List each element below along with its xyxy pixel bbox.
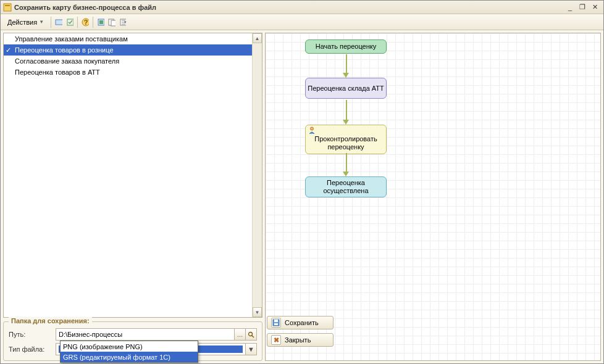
diagram-canvas[interactable]: Начать переоценку Переоценка склада АТТ … [265,33,601,361]
diagram-process-node[interactable]: Переоценка склада АТТ [305,78,387,99]
dropdown-option[interactable]: PNG (изображение PNG) [61,341,198,352]
diagram-start-node[interactable]: Начать переоценку [305,39,387,54]
path-input[interactable]: D:\Бизнес-процессы [56,328,235,341]
toolbar-separator [51,17,51,28]
search-button[interactable] [246,328,257,341]
node-label: Переоценка склада АТТ [308,85,384,93]
close-button[interactable]: ✖ Закрыть [267,333,333,347]
path-row: Путь: D:\Бизнес-процессы … [9,328,257,341]
svg-rect-9 [111,20,115,26]
list-item[interactable]: Переоценка товаров в АТТ [4,67,252,78]
toolbar-icon-3[interactable] [96,17,106,27]
filetype-label: Тип файла: [9,345,52,353]
path-label: Путь: [9,331,52,338]
list-item-label: Управление заказами поставщикам [15,35,128,43]
node-label: Проконтролировать переоценку [314,135,377,151]
close-icon: ✖ [271,335,281,345]
chevron-down-icon: ▼ [39,19,44,25]
magnifier-icon [248,331,254,338]
dropdown-option[interactable]: GRS (редактируемый формат 1С) [61,352,198,362]
close-button-label: Закрыть [285,336,311,344]
check-icon: ✓ [6,46,11,54]
close-window-button[interactable]: ✕ [589,2,601,12]
scroll-up-button[interactable]: ▲ [253,33,262,43]
list-item[interactable]: Согласование заказа покупателя [4,56,252,67]
save-icon [271,318,281,328]
arrow-head-icon [343,172,349,176]
diagram-task-node[interactable]: Проконтролировать переоценку [305,125,387,154]
toolbar-separator [77,17,78,28]
svg-rect-7 [99,20,103,24]
svg-text:?: ? [84,19,88,26]
dropdown-button[interactable]: ▼ [246,343,257,355]
diagram-arrow [346,153,347,173]
path-value: D:\Бизнес-процессы [59,331,232,338]
svg-rect-1 [5,5,10,6]
filetype-dropdown-popup[interactable]: PNG (изображение PNG) GRS (редактируемый… [60,341,198,363]
list-item-label: Переоценка товаров в АТТ [15,68,100,76]
toolbar-icon-4[interactable] [107,17,117,27]
save-button-label: Сохранить [285,319,319,326]
node-label: Переоценка осуществлена [307,179,385,195]
toolbar-separator [93,17,93,28]
action-button-panel: Сохранить ✖ Закрыть [267,316,333,347]
list-item-label: Переоценка товаров в рознице [15,46,114,54]
list-item-label: Согласование заказа покупателя [15,57,119,65]
main-window: Сохранить карту бизнес-процесса в файл _… [0,0,604,364]
option-label: GRS (редактируемый формат 1С) [63,354,170,361]
diagram-arrow [346,54,347,74]
body: Управление заказами поставщикам ✓Переоце… [1,30,603,363]
svg-point-13 [311,127,314,130]
arrow-head-icon [343,120,349,125]
maximize-button[interactable]: ❐ [576,2,589,12]
svg-rect-15 [274,320,278,322]
app-icon [3,3,12,12]
svg-point-11 [249,332,253,336]
scroll-down-button[interactable]: ▼ [253,307,262,317]
toolbar-icon-5[interactable]: ▾ [118,17,128,27]
node-label: Начать переоценку [316,43,376,50]
option-label: PNG (изображение PNG) [63,343,143,350]
actions-menu-label: Действия [7,19,37,26]
toolbar-icon-1[interactable] [54,17,64,27]
help-icon[interactable]: ? [80,17,90,27]
process-listbox[interactable]: Управление заказами поставщикам ✓Переоце… [3,33,262,318]
svg-rect-16 [274,323,278,325]
list-item[interactable]: Управление заказами поставщикам [4,33,252,44]
window-title: Сохранить карту бизнес-процесса в файл [14,4,564,11]
left-pane: Управление заказами поставщикам ✓Переоце… [3,33,262,361]
process-list-items: Управление заказами поставщикам ✓Переоце… [4,33,252,317]
chevron-down-icon: ▼ [248,345,254,353]
save-button[interactable]: Сохранить [267,316,333,329]
toolbar: Действия ▼ ? ▾ [1,14,603,30]
scrollbar[interactable]: ▲ ▼ [252,33,262,317]
toolbar-icon-2[interactable] [65,17,75,27]
list-item[interactable]: ✓Переоценка товаров в рознице [4,44,252,56]
svg-rect-2 [56,20,62,25]
diagram-end-node[interactable]: Переоценка осуществлена [305,176,387,197]
titlebar: Сохранить карту бизнес-процесса в файл _… [1,1,603,14]
browse-button[interactable]: … [235,328,246,341]
fieldset-legend: Папка для сохранения: [9,317,92,325]
svg-line-12 [252,336,254,337]
actions-menu-button[interactable]: Действия ▼ [3,17,48,28]
actor-icon [308,126,316,136]
diagram-arrow [346,100,347,121]
svg-rect-0 [4,4,11,11]
arrow-head-icon [343,73,349,78]
minimize-button[interactable]: _ [564,2,576,12]
